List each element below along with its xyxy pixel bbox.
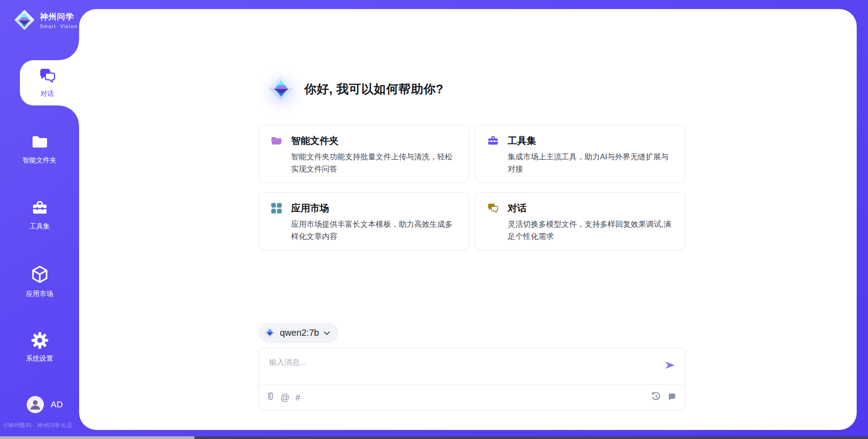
composer-tools-right	[651, 391, 677, 403]
chevron-down-icon	[324, 329, 330, 337]
message-input[interactable]	[268, 354, 656, 371]
sidebar-item-smart-folder[interactable]: 智能文件夹	[0, 133, 79, 163]
composer-divider	[259, 384, 685, 385]
hash-icon: #	[295, 393, 300, 402]
brand-logo-diamond-icon	[14, 9, 35, 33]
card-description: 应用市场提供丰富长文本模板，助力高效生成多样化文章内容	[291, 218, 459, 243]
brand-text: 神州问学 Smart Vision	[40, 9, 78, 29]
avatar	[27, 396, 44, 413]
card-app-market[interactable]: 应用市场 应用市场提供丰富长文本模板，助力高效生成多样化文章内容	[259, 192, 469, 250]
card-description: 智能文件夹功能支持批量文件上传与清洗，轻松实现文件问答	[291, 151, 459, 175]
new-chat-button[interactable]	[667, 392, 677, 403]
gear-icon	[31, 331, 49, 351]
model-name: qwen2:7b	[280, 328, 319, 338]
card-title: 智能文件夹	[291, 134, 339, 147]
sidebar-item-label: 对话	[41, 90, 54, 98]
sidebar-item-label: 系统设置	[26, 355, 53, 362]
bottom-edge-strip	[0, 436, 868, 439]
app-window: 神州问学 Smart Vision 对话	[0, 0, 868, 439]
card-chat[interactable]: 对话 灵活切换多模型文件，支持多样回复效果调试,满足个性化需求	[475, 192, 685, 250]
greeting-block: 你好, 我可以如何帮助你?	[268, 73, 443, 105]
sidebar-item-toolbox[interactable]: 工具集	[0, 199, 79, 229]
chat-icon	[487, 202, 499, 216]
sidebar-item-label: 智能文件夹	[23, 157, 57, 163]
main-panel: 你好, 我可以如何帮助你? 智能文件夹 智能文件夹功能支持批量文件上传与清洗，轻…	[79, 9, 857, 430]
card-title: 工具集	[508, 134, 536, 147]
sidebar-item-settings[interactable]: 系统设置	[0, 331, 79, 362]
model-logo-diamond-icon	[264, 326, 276, 340]
feature-cards: 智能文件夹 智能文件夹功能支持批量文件上传与清洗，轻松实现文件问答 工具集 集成…	[259, 125, 685, 250]
sidebar-item-label: 工具集	[29, 223, 50, 229]
sidebar: 神州问学 Smart Vision 对话	[0, 0, 79, 439]
message-composer: @ #	[259, 348, 685, 411]
user-account[interactable]: AD	[27, 396, 63, 413]
app-grid-icon	[270, 202, 283, 216]
card-smart-folder[interactable]: 智能文件夹 智能文件夹功能支持批量文件上传与清洗，轻松实现文件问答	[259, 125, 469, 183]
history-button[interactable]	[651, 391, 661, 403]
sidebar-item-chat[interactable]: 对话	[20, 60, 79, 105]
model-selector[interactable]: qwen2:7b	[259, 323, 338, 343]
toolbox-icon	[31, 199, 49, 219]
card-toolset[interactable]: 工具集 集成市场上主流工具，助力AI与外界无缝扩展与对接	[475, 125, 685, 183]
at-sign-icon: @	[280, 393, 289, 402]
brand: 神州问学 Smart Vision	[14, 9, 78, 33]
composer-tools-left: @ #	[266, 391, 300, 403]
topic-button[interactable]: #	[295, 393, 300, 402]
brand-subtitle: Smart Vision	[40, 24, 78, 29]
card-description: 灵活切换多模型文件，支持多样回复效果调试,满足个性化需求	[508, 218, 676, 243]
send-button[interactable]	[663, 360, 677, 372]
bottom-strip-left	[0, 436, 194, 439]
paperclip-icon	[266, 391, 274, 403]
sidebar-item-app-market[interactable]: 应用市场	[0, 265, 79, 297]
folder-icon	[31, 133, 49, 153]
sidebar-item-label: 应用市场	[26, 290, 53, 297]
folder-icon	[270, 135, 283, 148]
cube-icon	[30, 265, 49, 286]
bottom-strip-right	[194, 436, 868, 439]
mention-button[interactable]: @	[280, 393, 289, 402]
greeting-title: 你好, 我可以如何帮助你?	[304, 81, 443, 97]
history-clock-icon	[651, 391, 661, 403]
brand-name: 神州问学	[40, 12, 78, 22]
briefcase-icon	[487, 135, 499, 148]
assistant-logo-diamond-icon	[268, 75, 294, 103]
attach-file-button[interactable]	[266, 391, 274, 403]
card-title: 应用市场	[291, 202, 329, 215]
send-icon	[664, 365, 676, 372]
user-initials: AD	[51, 400, 63, 410]
card-description: 集成市场上主流工具，助力AI与外界无缝扩展与对接	[508, 151, 676, 175]
sidebar-footer-credit: ©神州数码 · 神州问学出品	[4, 422, 72, 429]
comment-icon	[667, 392, 677, 403]
card-title: 对话	[508, 202, 527, 215]
chat-icon	[38, 67, 57, 86]
